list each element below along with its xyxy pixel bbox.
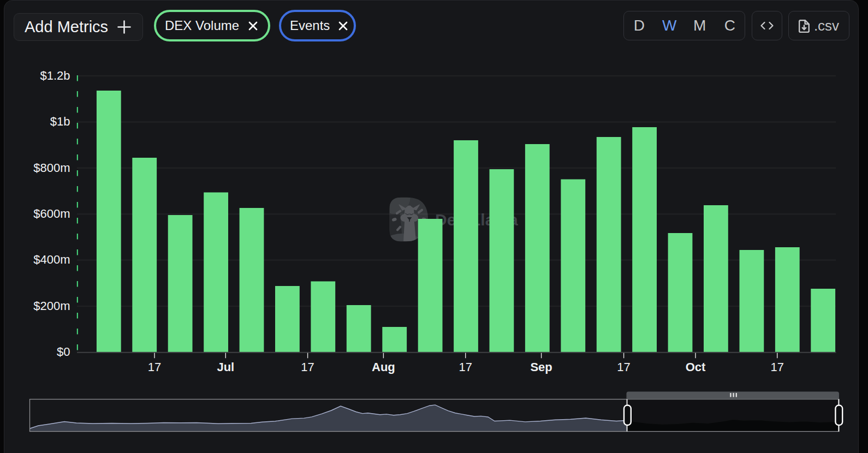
svg-text:Aug: Aug: [372, 360, 395, 374]
svg-text:$1.2b: $1.2b: [40, 69, 70, 82]
svg-text:17: 17: [148, 360, 161, 374]
svg-text:$800m: $800m: [33, 161, 70, 175]
svg-text:17: 17: [770, 360, 783, 374]
svg-text:17: 17: [459, 360, 472, 374]
svg-text:Oct: Oct: [686, 360, 706, 374]
svg-text:$600m: $600m: [33, 207, 70, 220]
svg-text:$0: $0: [57, 345, 70, 359]
svg-text:Jul: Jul: [217, 360, 234, 374]
svg-text:17: 17: [617, 360, 630, 374]
svg-text:$400m: $400m: [33, 253, 70, 266]
svg-text:$1b: $1b: [50, 115, 70, 128]
svg-text:17: 17: [301, 360, 314, 374]
svg-text:$200m: $200m: [33, 299, 70, 313]
svg-text:Sep: Sep: [530, 360, 552, 374]
